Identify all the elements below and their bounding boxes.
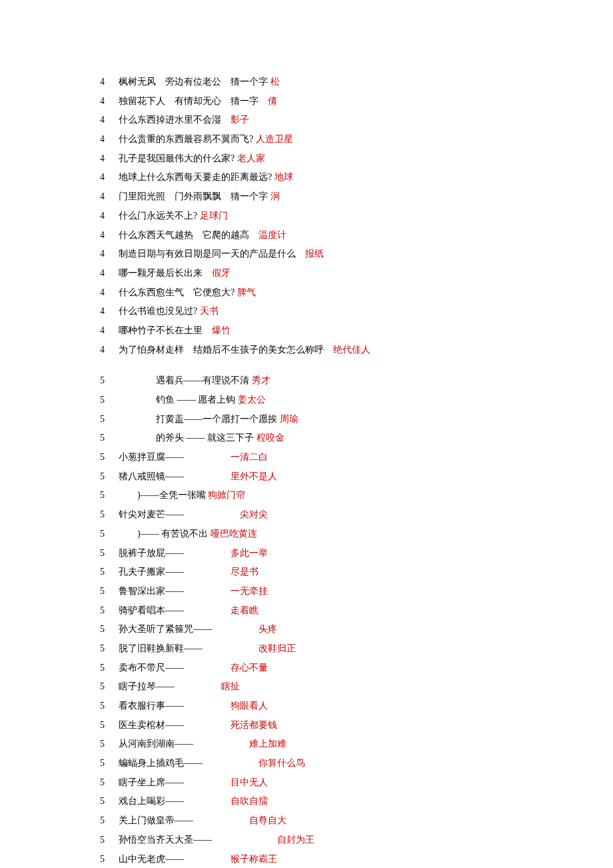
question-text: 什么东西掉进水里不会湿 — [119, 115, 231, 125]
question-text: 地球上什么东西每天要走的距离最远? — [119, 172, 275, 182]
line-number: 4 — [100, 169, 119, 185]
question-text: 打黄盖——一个愿打一个愿挨 — [119, 414, 280, 424]
answer-text: 绝代佳人 — [333, 345, 370, 355]
answer-text: 自吹自擂 — [231, 796, 268, 806]
answer-text: 姜太公 — [238, 395, 266, 405]
line-number: 5 — [100, 545, 119, 561]
riddle-line: 5医生卖棺材—— 死活都要钱 — [100, 717, 613, 733]
answer-text: 猴子称霸王 — [231, 854, 277, 864]
question-text: 哪一颗牙最后长出来 — [119, 268, 212, 278]
riddle-line: 5孙大圣听了紧箍咒—— 头疼 — [100, 621, 613, 637]
answer-text: 瞎扯 — [221, 681, 240, 691]
line-number: 5 — [100, 678, 119, 695]
riddle-line: 5瞎子坐上席—— 目中无人 — [100, 774, 613, 791]
question-text: 瞎子坐上席—— — [119, 777, 231, 787]
riddle-line: 4什么贵重的东西最容易不翼而飞? 人造卫星 — [100, 131, 613, 147]
riddle-line: 5关上门做皇帝—— 自尊自大 — [100, 812, 613, 829]
question-text: 骑驴看唱本—— — [119, 605, 231, 615]
question-text: 什么门永远关不上? — [119, 211, 200, 221]
question-text: 什么贵重的东西最容易不翼而飞? — [119, 134, 256, 144]
answer-text: 自封为王 — [277, 835, 314, 845]
answer-text: 报纸 — [305, 249, 324, 259]
answer-text: 难上加难 — [249, 739, 287, 749]
question-text: 针尖对麦芒—— — [119, 509, 240, 519]
line-number: 5 — [100, 525, 119, 542]
riddle-line: 5 打黄盖——一个愿打一个愿挨 周瑜 — [100, 411, 613, 427]
answer-text: 天书 — [200, 306, 219, 316]
question-text: 鲁智深出家—— — [119, 586, 231, 596]
line-number: 5 — [100, 391, 119, 408]
question-text: 山中无老虎—— — [119, 854, 231, 864]
line-number: 5 — [100, 774, 119, 791]
line-number: 5 — [100, 468, 119, 485]
answer-text: 狗掀门帘 — [208, 490, 245, 500]
riddle-line: 5 )—— 有苦说不出 哑巴吃黄连 — [100, 525, 613, 542]
question-text: 钓鱼 —— 愿者上钩 — [119, 395, 238, 405]
answer-text: 松 — [271, 77, 280, 87]
answer-text: 程咬金 — [257, 433, 285, 443]
riddle-line: 5小葱拌豆腐—— 一清二白 — [100, 449, 613, 465]
question-text: 孔夫子搬家—— — [119, 567, 231, 577]
line-number: 4 — [100, 265, 119, 281]
question-text: 独留花下人 有情却无心 猜一字 — [119, 96, 268, 106]
answer-text: 涧 — [271, 191, 280, 201]
answer-text: 周瑜 — [280, 414, 299, 424]
riddle-line: 4孔子是我国最伟大的什么家? 老人家 — [100, 150, 613, 167]
line-number: 5 — [100, 735, 119, 752]
question-text: 孙悟空当齐天大圣—— — [119, 835, 277, 845]
question-text: 脱了旧鞋换新鞋—— — [119, 643, 259, 653]
riddle-line: 5针尖对麦芒—— 尖对尖 — [100, 506, 613, 523]
question-text: 戏台上喝彩—— — [119, 796, 231, 806]
line-number: 4 — [100, 245, 119, 262]
riddle-line: 4为了怕身材走样 结婚后不生孩子的美女怎么称呼 绝代佳人 — [100, 341, 613, 358]
answer-text: 足球门 — [200, 211, 228, 221]
answer-text: 里外不是人 — [231, 471, 277, 481]
riddle-line: 4什么东西愈生气 它便愈大? 脾气 — [100, 284, 613, 301]
question-text: 蝙蝠身上插鸡毛—— — [119, 758, 259, 768]
line-number: 5 — [100, 851, 119, 867]
answer-text: 人造卫星 — [256, 134, 293, 144]
answer-text: 目中无人 — [231, 777, 268, 787]
line-number: 5 — [100, 506, 119, 523]
riddle-line: 5瞎子拉琴—— 瞎扯 — [100, 678, 613, 695]
riddle-line: 4哪种竹子不长在土里 爆竹 — [100, 322, 613, 339]
answer-text: 温度计 — [259, 230, 287, 240]
line-number: 5 — [100, 812, 119, 829]
question-text: 遇着兵——有理说不清 — [119, 375, 252, 385]
line-number: 4 — [100, 207, 119, 224]
answer-text: 影子 — [231, 115, 249, 125]
line-number: 4 — [100, 73, 119, 90]
riddle-line: 5 钓鱼 —— 愿者上钩 姜太公 — [100, 391, 613, 408]
answer-text: 你算什么鸟 — [259, 758, 305, 768]
answer-text: 一清二白 — [231, 452, 268, 462]
line-number: 5 — [100, 621, 119, 637]
question-text: 小葱拌豆腐—— — [119, 452, 231, 462]
question-text: 门里阳光照 门外雨飘飘 猜一个字 — [119, 191, 271, 201]
question-text: 从河南到湖南—— — [119, 739, 249, 749]
line-number: 5 — [100, 583, 119, 599]
line-number: 5 — [100, 793, 119, 809]
riddle-line: 5猪八戒照镜—— 里外不是人 — [100, 468, 613, 485]
question-text: 瞎子拉琴—— — [119, 681, 221, 691]
answer-text: 改鞋归正 — [259, 643, 296, 653]
riddle-line: 4什么东西掉进水里不会湿 影子 — [100, 111, 613, 128]
answer-text: 老人家 — [237, 153, 265, 163]
question-text: 卖布不带尺—— — [119, 663, 231, 673]
answer-text: 倩 — [268, 96, 277, 106]
question-text: 什么东西愈生气 它便愈大? — [119, 287, 237, 297]
riddle-line: 5 遇着兵——有理说不清 秀才 — [100, 372, 613, 389]
question-text: 医生卖棺材—— — [119, 720, 231, 730]
answer-text: 死活都要钱 — [231, 720, 277, 730]
question-text: 看衣服行事—— — [119, 701, 231, 711]
answer-text: 头疼 — [259, 624, 277, 634]
line-number: 5 — [100, 449, 119, 465]
line-number: 4 — [100, 111, 119, 128]
question-text: 的斧头 —— 就这三下子 — [119, 433, 257, 443]
line-number: 5 — [100, 602, 119, 619]
line-number: 4 — [100, 341, 119, 358]
riddle-line: 5山中无老虎—— 猴子称霸王 — [100, 851, 613, 867]
answer-text: 假牙 — [212, 268, 231, 278]
line-number: 5 — [100, 659, 119, 676]
line-number: 4 — [100, 284, 119, 301]
line-number: 4 — [100, 322, 119, 339]
